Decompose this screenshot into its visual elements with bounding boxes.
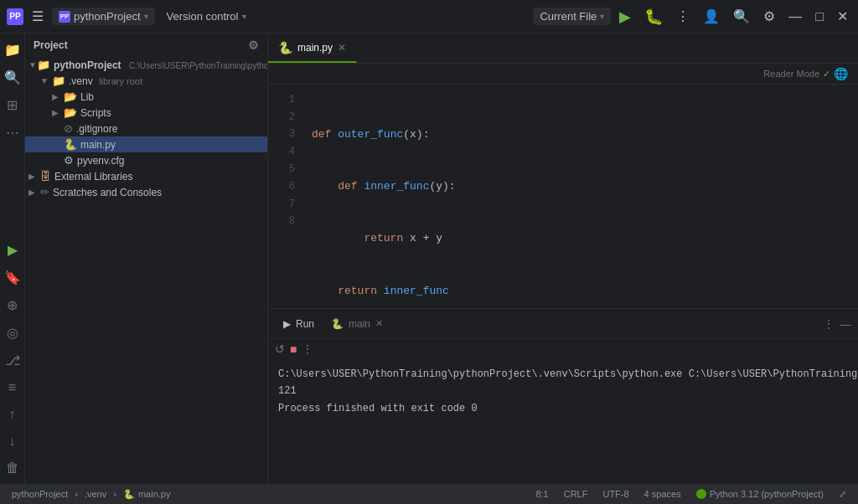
panel-more-button[interactable]: ⋮ <box>823 317 835 331</box>
sidebar-trash-icon[interactable]: 🗑 <box>3 455 23 481</box>
project-icon: PP <box>59 11 70 23</box>
tree-item-venv[interactable]: ▼ 📁 .venv library root <box>25 73 267 89</box>
tree-item-pythonproject[interactable]: ▼ 📁 pythonProject C:\Users\USER\PythonTr… <box>25 57 267 73</box>
main-tab-icon: 🐍 <box>331 318 344 330</box>
tree-item-pyvenvcfg[interactable]: ▶ ⚙ pyvenv.cfg <box>25 152 267 168</box>
more-options-button[interactable]: ⋮ <box>673 5 693 28</box>
run-button[interactable]: ▶ <box>616 4 634 29</box>
sidebar-target-icon[interactable]: ◎ <box>3 320 22 346</box>
sidebar-list-icon[interactable]: ≡ <box>5 375 19 400</box>
tree-item-external[interactable]: ▶ 🗄 External Libraries <box>25 168 267 184</box>
sidebar-settings-icon[interactable]: ⚙ <box>248 39 259 52</box>
tree-arrow-venv: ▼ <box>40 76 52 85</box>
sidebar-more-icon[interactable]: ⋯ <box>3 120 23 146</box>
code-editor[interactable]: def outer_func(x): def inner_func(y): re… <box>302 85 858 308</box>
tree-label-scripts: Scripts <box>80 107 264 119</box>
tree-arrow-pythonproject: ▼ <box>28 60 37 69</box>
code-container[interactable]: 1 2 3 4 5 6 7 8 def outer_func(x): def i… <box>268 85 858 308</box>
bottom-tabs: ▶ Run 🐍 main ✕ ⋮ — <box>268 309 858 339</box>
maximize-button[interactable]: □ <box>812 6 827 28</box>
settings-button[interactable]: ⚙ <box>760 5 778 28</box>
status-position[interactable]: 8:1 <box>532 489 551 499</box>
sidebar-layers-icon[interactable]: ⊕ <box>3 292 21 318</box>
hamburger-menu[interactable]: ☰ <box>28 7 47 26</box>
tab-mainpy[interactable]: 🐍 main.py ✕ <box>268 33 357 63</box>
run-toolbar: ↺ ■ ⋮ <box>268 339 858 359</box>
run-tab-label: Run <box>296 318 314 330</box>
code-line-1: def outer_func(x): <box>312 126 848 144</box>
tree-label-pyvenvcfg: pyvenv.cfg <box>77 155 264 167</box>
editor-tabs: 🐍 main.py ✕ <box>268 33 858 64</box>
breadcrumb-venv[interactable]: .venv <box>81 489 110 499</box>
tree-label-pythonproject: pythonProject C:\Users\USER\PythonTraini… <box>54 59 267 71</box>
breadcrumb-project[interactable]: pythonProject <box>8 489 71 499</box>
tree-item-scripts[interactable]: ▶ 📂 Scripts <box>25 105 267 121</box>
debug-button[interactable]: 🐛 <box>641 4 666 29</box>
left-icon-bar: 📁 🔍 ⊞ ⋯ ▶ 🔖 ⊕ ◎ ⎇ ≡ ↑ ↓ 🗑 <box>0 33 25 484</box>
version-control-menu[interactable]: Version control ▾ <box>160 8 253 25</box>
top-bar-actions: ▶ 🐛 ⋮ 👤 🔍 ⚙ — □ ✕ <box>616 4 851 29</box>
project-name: pythonProject <box>74 10 141 23</box>
scratches-icon: ✏ <box>40 186 49 198</box>
status-python-label: Python 3.12 (pythonProject) <box>710 489 824 499</box>
search-button[interactable]: 🔍 <box>730 5 753 28</box>
code-line-2: def inner_func(y): <box>312 178 848 196</box>
project-selector[interactable]: PP pythonProject ▾ <box>52 8 155 25</box>
tree-item-gitignore[interactable]: ▶ ⊘ .gitignore <box>25 121 267 136</box>
sidebar-bookmark-icon[interactable]: 🔖 <box>1 265 24 291</box>
main-tab-close[interactable]: ✕ <box>375 318 383 329</box>
status-bar: pythonProject › .venv › 🐍 main.py 8:1 CR… <box>0 484 858 504</box>
status-line-ending-label: CRLF <box>564 489 588 499</box>
sidebar-project-icon[interactable]: 📁 <box>1 37 24 63</box>
sidebar-git-icon[interactable]: ⎇ <box>2 347 23 373</box>
sidebar: Project ⚙ ▼ 📁 pythonProject C:\Users\USE… <box>25 33 268 484</box>
sidebar-down-icon[interactable]: ↓ <box>6 429 19 454</box>
current-file-selector[interactable]: Current File ▾ <box>533 8 611 25</box>
show-options-button[interactable]: ⋮ <box>302 342 313 356</box>
code-line-3: return x + y <box>312 230 848 248</box>
rerun-button[interactable]: ↺ <box>275 342 285 356</box>
tree-label-gitignore: .gitignore <box>76 123 264 135</box>
reader-mode-bar: Reader Mode ✓ 🌐 <box>268 64 858 85</box>
stop-button[interactable]: ■ <box>290 342 297 356</box>
tree-item-lib[interactable]: ▶ 📂 Lib <box>25 89 267 105</box>
reader-mode-toggle[interactable]: Reader Mode ✓ 🌐 <box>763 67 848 80</box>
close-button[interactable]: ✕ <box>834 5 851 28</box>
folder-open-icon-pythonproject: 📁 <box>37 59 50 71</box>
tree-item-mainpy[interactable]: ▶ 🐍 main.py <box>25 136 267 152</box>
tree-item-scratches[interactable]: ▶ ✏ Scratches and Consoles <box>25 184 267 200</box>
bottom-tab-main[interactable]: 🐍 main ✕ <box>323 315 391 333</box>
sidebar-plugins-icon[interactable]: ⊞ <box>3 92 21 118</box>
minimize-button[interactable]: — <box>785 6 805 28</box>
reader-mode-label: Reader Mode <box>763 69 819 79</box>
status-line-ending[interactable]: CRLF <box>561 489 592 499</box>
status-encoding-label: UTF-8 <box>602 489 628 499</box>
breadcrumb-mainpy[interactable]: 🐍 main.py <box>120 489 174 500</box>
version-control-dropdown-icon: ▾ <box>242 12 246 21</box>
user-button[interactable]: 👤 <box>700 5 723 28</box>
status-encoding[interactable]: UTF-8 <box>599 489 632 499</box>
panel-minimize-button[interactable]: — <box>840 317 851 331</box>
sidebar-run-icon[interactable]: ▶ <box>4 237 21 263</box>
status-position-label: 8:1 <box>535 489 548 499</box>
venv-badge: library root <box>99 76 142 86</box>
bottom-tab-actions: ⋮ — <box>823 317 851 331</box>
sidebar-up-icon[interactable]: ↑ <box>6 402 19 427</box>
tree-label-external: External Libraries <box>54 171 264 183</box>
terminal-output: C:\Users\USER\PythonTraining\pythonProje… <box>268 359 858 484</box>
sidebar-search-icon[interactable]: 🔍 <box>1 64 24 90</box>
top-bar: PP ☰ PP pythonProject ▾ Version control … <box>0 0 858 33</box>
tab-python-icon: 🐍 <box>278 41 292 54</box>
tab-close-mainpy[interactable]: ✕ <box>338 42 346 54</box>
current-file-label: Current File <box>540 10 597 23</box>
main-tab-label: main <box>349 318 370 330</box>
current-file-dropdown-icon: ▾ <box>600 12 604 21</box>
reader-mode-extra-icon: 🌐 <box>834 67 848 80</box>
bottom-tab-run[interactable]: ▶ Run <box>275 315 323 333</box>
tree-arrow-external: ▶ <box>28 172 40 181</box>
status-expand-button[interactable]: ⤢ <box>835 489 850 500</box>
app-logo: PP <box>7 8 23 25</box>
status-indent[interactable]: 4 spaces <box>641 489 685 499</box>
breadcrumb-sep-1: › <box>75 489 78 499</box>
status-python-version[interactable]: Python 3.12 (pythonProject) <box>693 489 827 499</box>
